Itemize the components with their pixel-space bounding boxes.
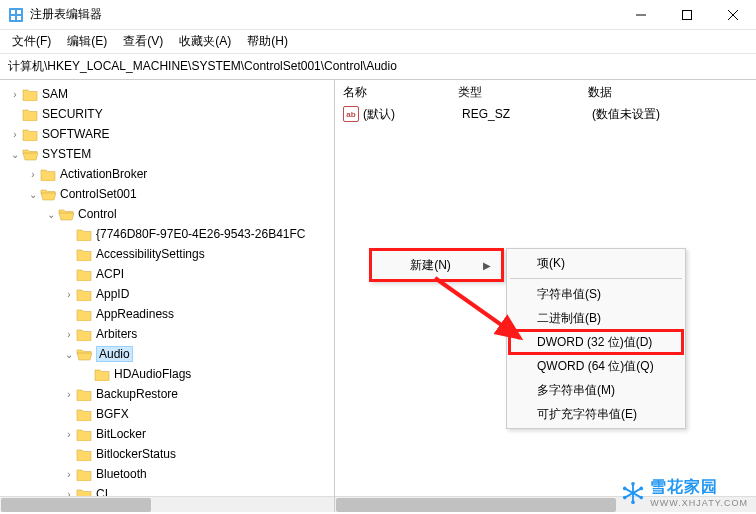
menu-help[interactable]: 帮助(H) — [239, 30, 296, 53]
tree-item-arbiters[interactable]: › Arbiters — [0, 324, 334, 344]
menu-file[interactable]: 文件(F) — [4, 30, 59, 53]
chevron-right-icon[interactable]: › — [62, 289, 76, 300]
tree-item-appid[interactable]: › AppID — [0, 284, 334, 304]
svg-rect-4 — [17, 16, 21, 20]
tree-item-system[interactable]: ⌄ SYSTEM — [0, 144, 334, 164]
horizontal-scrollbar[interactable] — [0, 496, 334, 512]
menu-item-key[interactable]: 项(K) — [509, 251, 683, 275]
menu-item-new[interactable]: 新建(N) ▶ — [374, 253, 499, 277]
column-type[interactable]: 类型 — [458, 84, 588, 101]
menu-item-dword[interactable]: DWORD (32 位)值(D) — [509, 330, 683, 354]
menu-item-label: QWORD (64 位)值(Q) — [537, 358, 654, 375]
address-bar[interactable]: 计算机\HKEY_LOCAL_MACHINE\SYSTEM\ControlSet… — [0, 54, 756, 80]
menu-item-binary[interactable]: 二进制值(B) — [509, 306, 683, 330]
menu-view[interactable]: 查看(V) — [115, 30, 171, 53]
snowflake-icon — [622, 482, 644, 504]
tree-item-sam[interactable]: › SAM — [0, 84, 334, 104]
chevron-down-icon[interactable]: ⌄ — [8, 149, 22, 160]
tree-item-appreadiness[interactable]: AppReadiness — [0, 304, 334, 324]
tree-label: SECURITY — [42, 107, 103, 121]
value-row[interactable]: ab (默认) REG_SZ (数值未设置) — [335, 104, 756, 124]
tree-label: {7746D80F-97E0-4E26-9543-26B41FC — [96, 227, 305, 241]
tree-item-backuprestore[interactable]: › BackupRestore — [0, 384, 334, 404]
folder-icon — [76, 407, 92, 421]
svg-point-17 — [623, 495, 627, 499]
tree-item-guidkey[interactable]: {7746D80F-97E0-4E26-9543-26B41FC — [0, 224, 334, 244]
svg-point-15 — [623, 486, 627, 490]
submenu-arrow-icon: ▶ — [483, 260, 491, 271]
folder-icon — [76, 307, 92, 321]
menu-item-string[interactable]: 字符串值(S) — [509, 282, 683, 306]
tree-label: AccessibilitySettings — [96, 247, 205, 261]
folder-icon — [76, 427, 92, 441]
close-button[interactable] — [710, 0, 756, 29]
column-data[interactable]: 数据 — [588, 84, 748, 101]
svg-rect-3 — [11, 16, 15, 20]
scrollbar-thumb[interactable] — [1, 498, 151, 512]
folder-icon — [76, 267, 92, 281]
tree-item-accessibility[interactable]: AccessibilitySettings — [0, 244, 334, 264]
folder-icon — [22, 87, 38, 101]
tree-label: BackupRestore — [96, 387, 178, 401]
tree-item-control[interactable]: ⌄ Control — [0, 204, 334, 224]
tree-label: BGFX — [96, 407, 129, 421]
watermark-text: 雪花家园 — [650, 477, 748, 498]
svg-point-16 — [640, 495, 644, 499]
svg-point-18 — [640, 486, 644, 490]
tree-label: BitlockerStatus — [96, 447, 176, 461]
maximize-button[interactable] — [664, 0, 710, 29]
menu-item-label: 项(K) — [537, 255, 565, 272]
menu-item-expandstring[interactable]: 可扩充字符串值(E) — [509, 402, 683, 426]
menu-item-label: 字符串值(S) — [537, 286, 601, 303]
scrollbar-thumb[interactable] — [336, 498, 616, 512]
menu-item-qword[interactable]: QWORD (64 位)值(Q) — [509, 354, 683, 378]
window-title: 注册表编辑器 — [30, 6, 618, 23]
chevron-right-icon[interactable]: › — [62, 329, 76, 340]
tree-label: SYSTEM — [42, 147, 91, 161]
menu-edit[interactable]: 编辑(E) — [59, 30, 115, 53]
minimize-button[interactable] — [618, 0, 664, 29]
folder-icon — [40, 167, 56, 181]
context-submenu-new: 项(K) 字符串值(S) 二进制值(B) DWORD (32 位)值(D) QW… — [506, 248, 686, 429]
folder-icon — [76, 327, 92, 341]
chevron-right-icon[interactable]: › — [8, 129, 22, 140]
folder-icon — [76, 467, 92, 481]
tree-item-security[interactable]: SECURITY — [0, 104, 334, 124]
tree-item-audio[interactable]: ⌄ Audio — [0, 344, 334, 364]
chevron-right-icon[interactable]: › — [62, 429, 76, 440]
tree-label: Bluetooth — [96, 467, 147, 481]
tree-item-software[interactable]: › SOFTWARE — [0, 124, 334, 144]
folder-open-icon — [40, 187, 56, 201]
column-name[interactable]: 名称 — [343, 84, 458, 101]
tree-item-bgfx[interactable]: BGFX — [0, 404, 334, 424]
tree-label: Arbiters — [96, 327, 137, 341]
tree-item-controlset001[interactable]: ⌄ ControlSet001 — [0, 184, 334, 204]
tree-label: SOFTWARE — [42, 127, 110, 141]
tree-item-activationbroker[interactable]: › ActivationBroker — [0, 164, 334, 184]
folder-icon — [76, 247, 92, 261]
folder-open-icon — [76, 347, 92, 361]
tree-item-bitlocker[interactable]: › BitLocker — [0, 424, 334, 444]
chevron-down-icon[interactable]: ⌄ — [44, 209, 58, 220]
chevron-right-icon[interactable]: › — [62, 469, 76, 480]
tree-label: ACPI — [96, 267, 124, 281]
menu-bar: 文件(F) 编辑(E) 查看(V) 收藏夹(A) 帮助(H) — [0, 30, 756, 54]
chevron-down-icon[interactable]: ⌄ — [62, 349, 76, 360]
chevron-right-icon[interactable]: › — [8, 89, 22, 100]
tree-item-acpi[interactable]: ACPI — [0, 264, 334, 284]
values-header: 名称 类型 数据 — [335, 80, 756, 104]
svg-point-14 — [631, 500, 635, 504]
menu-item-label: 新建(N) — [410, 257, 451, 274]
menu-item-label: 可扩充字符串值(E) — [537, 406, 637, 423]
chevron-right-icon[interactable]: › — [62, 389, 76, 400]
menu-item-multistring[interactable]: 多字符串值(M) — [509, 378, 683, 402]
value-type: REG_SZ — [462, 107, 592, 121]
tree-item-bitlockerstatus[interactable]: BitlockerStatus — [0, 444, 334, 464]
svg-rect-6 — [683, 10, 692, 19]
chevron-down-icon[interactable]: ⌄ — [26, 189, 40, 200]
tree-item-bluetooth[interactable]: › Bluetooth — [0, 464, 334, 484]
tree-item-hdaudioflags[interactable]: HDAudioFlags — [0, 364, 334, 384]
folder-open-icon — [22, 147, 38, 161]
chevron-right-icon[interactable]: › — [26, 169, 40, 180]
menu-favorites[interactable]: 收藏夹(A) — [171, 30, 239, 53]
